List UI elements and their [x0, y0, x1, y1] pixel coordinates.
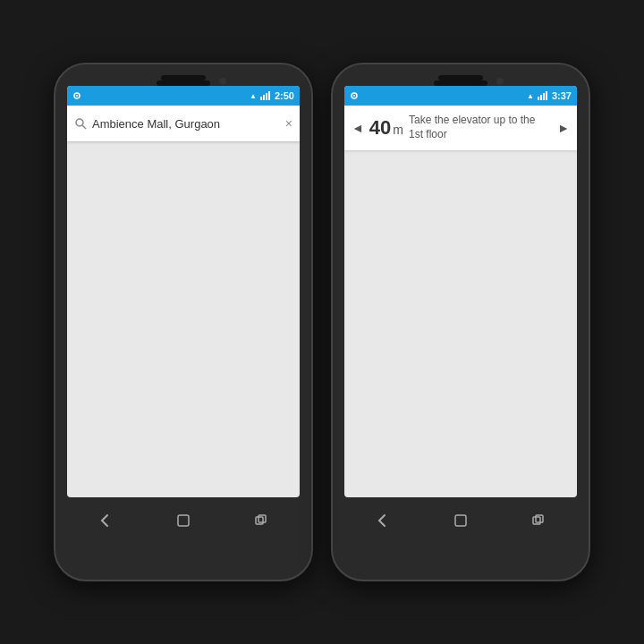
time-right: 3:37	[552, 90, 572, 101]
recents-btn-right[interactable]	[525, 507, 552, 534]
nav-next-right[interactable]: ►	[557, 121, 570, 135]
screen-right: ▲ 3:37 ◄ 40 m Take the elevator up to th…	[344, 86, 577, 497]
svg-rect-56	[546, 91, 547, 100]
status-right-icons: ▲ 2:50	[250, 90, 294, 101]
svg-rect-48	[178, 515, 189, 526]
signal-icon-left	[259, 91, 272, 100]
svg-point-6	[76, 119, 83, 126]
status-left-icons-right	[350, 91, 359, 100]
svg-rect-107	[455, 515, 466, 526]
search-clear-left[interactable]: ×	[285, 116, 292, 131]
svg-point-52	[353, 95, 355, 97]
search-icon-left	[74, 117, 87, 130]
home-btn-left[interactable]	[170, 507, 197, 534]
status-right-icons-right: ▲ 3:37	[527, 90, 572, 101]
svg-rect-49	[256, 517, 263, 524]
nav-instruction-text: Take the elevator up to the 1st floor	[409, 114, 552, 141]
camera-left	[219, 78, 226, 85]
wifi-icon-left: ▲	[250, 92, 257, 100]
recents-btn-left[interactable]	[248, 507, 275, 534]
nav-buttons-right	[344, 501, 577, 540]
speaker-right	[438, 75, 483, 80]
svg-point-1	[76, 95, 78, 97]
svg-rect-4	[266, 93, 267, 100]
svg-rect-53	[538, 97, 539, 100]
signal-icon-right	[537, 91, 549, 100]
camera-right	[496, 78, 504, 85]
distance-num: 40	[369, 116, 391, 140]
svg-rect-50	[258, 515, 266, 522]
nav-distance: 40 m	[369, 116, 403, 140]
back-btn-left[interactable]	[92, 507, 119, 534]
nav-back-right[interactable]: ◄	[352, 121, 364, 135]
screen-left: ▲ 2:50 Ambience Mall, Gurgaon ×	[67, 86, 300, 497]
location-icon	[72, 91, 81, 100]
svg-rect-2	[260, 97, 262, 100]
svg-line-7	[82, 125, 86, 129]
home-btn-right[interactable]	[447, 507, 474, 534]
phone-left: ▲ 2:50 Ambience Mall, Gurgaon ×	[54, 63, 313, 581]
speaker-left	[161, 75, 206, 80]
back-btn-right[interactable]	[369, 507, 396, 534]
svg-rect-55	[543, 93, 545, 100]
distance-unit: m	[393, 123, 403, 137]
phone-right: ▲ 3:37 ◄ 40 m Take the elevator up to th…	[331, 63, 590, 581]
svg-rect-109	[536, 515, 543, 522]
status-bar-left: ▲ 2:50	[67, 86, 300, 106]
nav-header-right: ◄ 40 m Take the elevator up to the 1st f…	[344, 106, 577, 150]
wifi-icon-right: ▲	[527, 92, 534, 100]
svg-rect-108	[533, 517, 540, 524]
svg-rect-3	[263, 95, 265, 100]
status-left-icons	[72, 91, 81, 100]
search-bar-left[interactable]: Ambience Mall, Gurgaon ×	[67, 106, 300, 141]
svg-rect-54	[540, 95, 542, 100]
status-bar-right: ▲ 3:37	[344, 86, 577, 106]
nav-buttons-left	[67, 501, 300, 540]
search-text-left[interactable]: Ambience Mall, Gurgaon	[92, 117, 280, 131]
location-icon-right	[350, 91, 359, 100]
time-left: 2:50	[275, 90, 294, 101]
svg-rect-5	[268, 91, 270, 100]
